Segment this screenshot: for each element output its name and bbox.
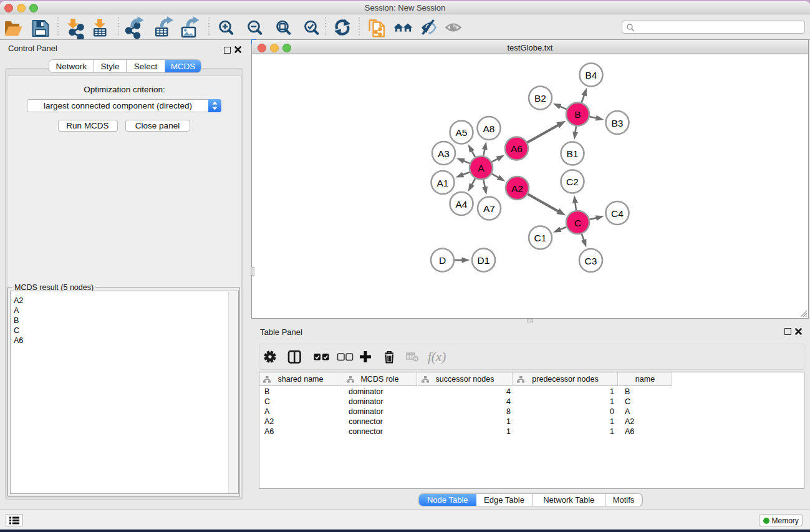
svg-text:D: D — [439, 255, 446, 266]
svg-text:C2: C2 — [566, 177, 579, 187]
svg-text:A8: A8 — [483, 123, 495, 134]
svg-text:A2: A2 — [511, 183, 523, 194]
svg-text:B1: B1 — [567, 148, 579, 159]
svg-text:A3: A3 — [438, 148, 450, 159]
svg-text:f(x): f(x) — [428, 349, 446, 364]
svg-text:B3: B3 — [612, 118, 624, 128]
svg-text:A6: A6 — [511, 143, 523, 154]
svg-text:A5: A5 — [456, 127, 468, 138]
svg-text:A: A — [478, 163, 485, 173]
svg-text:A4: A4 — [456, 199, 468, 210]
svg-text:C3: C3 — [585, 256, 597, 266]
svg-text:D1: D1 — [478, 255, 490, 266]
svg-text:B: B — [574, 109, 581, 120]
svg-text:B4: B4 — [586, 70, 597, 80]
svg-text:C: C — [574, 218, 581, 228]
svg-text:A7: A7 — [483, 203, 495, 214]
svg-text:B2: B2 — [534, 93, 546, 104]
svg-text:C1: C1 — [534, 233, 547, 243]
svg-text:C4: C4 — [611, 208, 624, 219]
svg-text:A1: A1 — [437, 178, 449, 188]
